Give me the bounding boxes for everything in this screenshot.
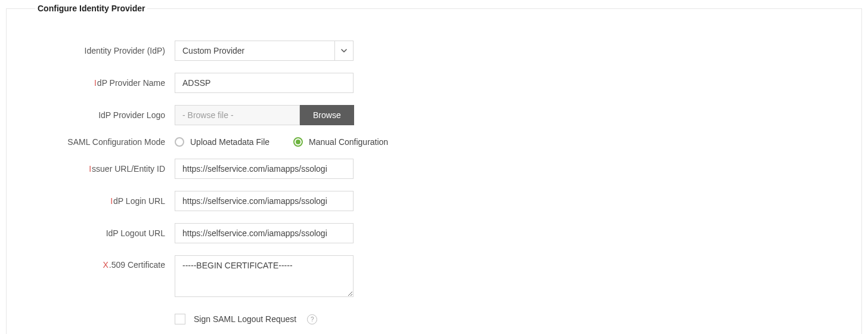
row-provider-logo: IdP Provider Logo - Browse file - Browse: [18, 105, 850, 125]
radio-circle-icon: [175, 137, 184, 147]
row-idp-select: Identity Provider (IdP) Custom Provider: [18, 41, 850, 61]
radio-upload-metadata[interactable]: Upload Metadata File: [175, 137, 269, 147]
login-url-input[interactable]: [175, 191, 354, 211]
logout-url-input[interactable]: [175, 223, 354, 243]
label-logout-url: IdP Logout URL: [18, 228, 175, 238]
row-issuer-url: Issuer URL/Entity ID: [18, 159, 850, 179]
provider-name-input[interactable]: [175, 73, 354, 93]
row-logout-url: IdP Logout URL: [18, 223, 850, 243]
radio-circle-icon: [293, 137, 303, 147]
required-mark: X: [103, 260, 108, 270]
idp-select-value: Custom Provider: [175, 46, 334, 55]
browse-button[interactable]: Browse: [300, 105, 354, 125]
label-sign-logout-request: Sign SAML Logout Request: [194, 314, 296, 324]
row-login-url: IdP Login URL: [18, 191, 850, 211]
logo-file-display: - Browse file -: [175, 105, 300, 125]
radio-manual-config[interactable]: Manual Configuration: [293, 137, 388, 147]
page-wrapper: Configure Identity Provider Identity Pro…: [0, 0, 868, 334]
label-provider-name: IdP Provider Name: [18, 78, 175, 88]
issuer-url-input[interactable]: [175, 159, 354, 179]
idp-select-toggle[interactable]: [334, 41, 353, 60]
label-idp: Identity Provider (IdP): [18, 46, 175, 55]
checkbox-sign-logout-request[interactable]: [175, 314, 185, 324]
certificate-textarea[interactable]: [175, 255, 354, 297]
label-saml-mode: SAML Configuration Mode: [18, 137, 175, 147]
radio-manual-label: Manual Configuration: [309, 137, 388, 147]
required-mark: I: [110, 196, 113, 206]
row-provider-name: IdP Provider Name: [18, 73, 850, 93]
section-title: Configure Identity Provider: [35, 4, 147, 13]
label-issuer-url: Issuer URL/Entity ID: [18, 164, 175, 174]
row-saml-mode: SAML Configuration Mode Upload Metadata …: [18, 137, 850, 147]
help-icon[interactable]: ?: [307, 314, 317, 324]
chevron-down-icon: [341, 48, 347, 54]
configure-idp-fieldset: Configure Identity Provider Identity Pro…: [6, 4, 862, 334]
idp-select[interactable]: Custom Provider: [175, 41, 354, 61]
required-mark: I: [94, 78, 97, 88]
label-login-url: IdP Login URL: [18, 196, 175, 206]
required-mark: I: [89, 164, 91, 174]
radio-upload-label: Upload Metadata File: [190, 137, 269, 147]
row-sign-logout-request: Sign SAML Logout Request ?: [175, 314, 850, 324]
label-provider-logo: IdP Provider Logo: [18, 110, 175, 120]
row-certificate: X.509 Certificate: [18, 255, 850, 297]
label-certificate: X.509 Certificate: [18, 255, 175, 270]
saml-mode-radio-group: Upload Metadata File Manual Configuratio…: [175, 137, 388, 147]
